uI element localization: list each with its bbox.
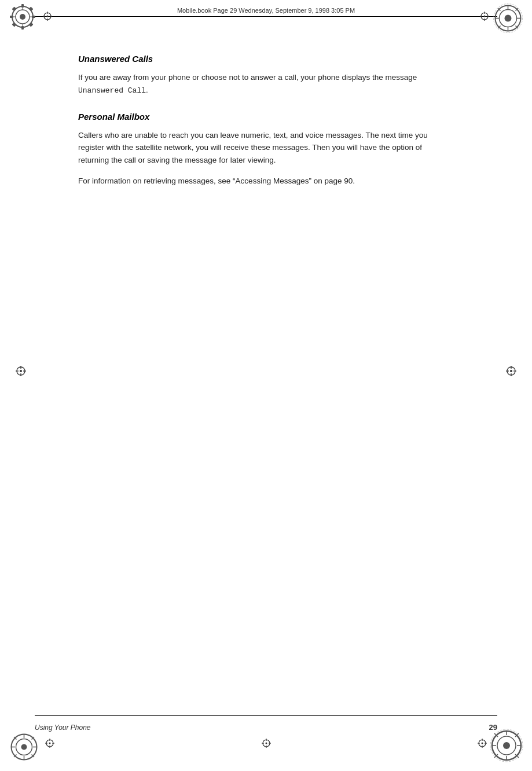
unanswered-calls-text-after: . [146,86,148,94]
unanswered-calls-title: Unanswered Calls [78,52,454,65]
mid-right-crosshair-icon [505,365,518,377]
footer: Using Your Phone 29 [35,723,497,732]
svg-point-53 [21,744,27,750]
svg-point-40 [20,370,22,372]
mid-left-crosshair-icon [14,365,27,377]
bottom-center-crosshair-icon [261,737,272,749]
svg-point-28 [47,16,49,17]
unanswered-calls-body: If you are away from your phone or choos… [78,71,454,97]
top-left-crosshair-icon [42,10,53,22]
personal-mailbox-body2: For information on retrieving messages, … [78,175,454,188]
bottom-right-gear-icon [489,728,524,763]
top-right-crosshair-icon [479,10,490,22]
svg-point-34 [484,16,486,17]
top-right-gear-icon [492,2,524,34]
svg-point-75 [49,743,51,744]
header-text: Mobile.book Page 29 Wednesday, September… [0,7,532,14]
bottom-left-gear-icon [8,731,40,763]
main-content: Unanswered Calls If you are away from yo… [78,52,454,195]
section-personal-mailbox: Personal Mailbox Callers who are unable … [78,110,454,188]
footer-rule [35,715,497,716]
personal-mailbox-title: Personal Mailbox [78,110,454,123]
unanswered-call-code: Unanswered Call [78,86,146,95]
svg-point-2 [20,14,25,20]
header-rule [35,16,497,17]
svg-point-46 [510,370,512,372]
svg-point-87 [482,743,483,744]
bottom-left-crosshair-icon [44,737,56,749]
svg-point-64 [503,742,510,749]
svg-point-17 [505,15,512,22]
section-unanswered-calls: Unanswered Calls If you are away from yo… [78,52,454,97]
bottom-right-crosshair-icon [476,737,488,749]
unanswered-calls-text-before: If you are away from your phone or choos… [78,73,417,82]
personal-mailbox-body1: Callers who are unable to reach you can … [78,129,454,167]
top-left-gear-icon [8,2,37,31]
page: Mobile.book Page 29 Wednesday, September… [0,0,532,771]
footer-title: Using Your Phone [35,724,91,732]
footer-page-number: 29 [489,723,497,732]
svg-point-81 [265,743,267,744]
